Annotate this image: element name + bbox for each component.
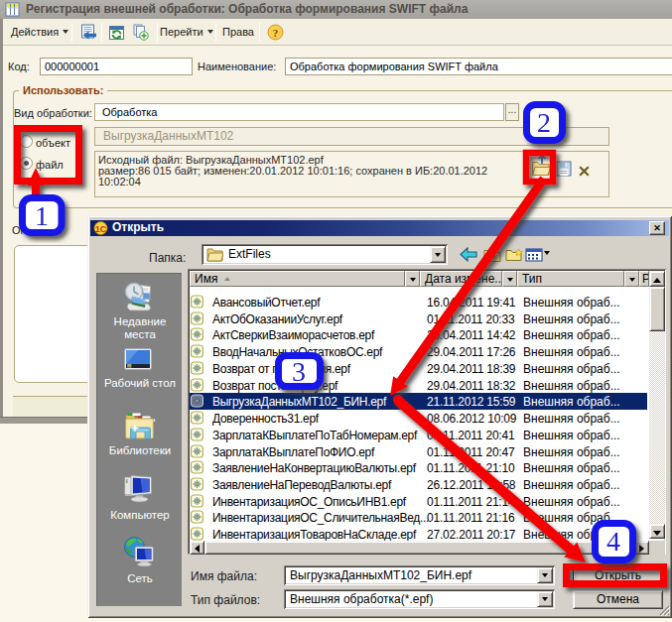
svg-text:?: ? [273, 27, 279, 39]
svg-text:1С: 1С [95, 224, 107, 234]
